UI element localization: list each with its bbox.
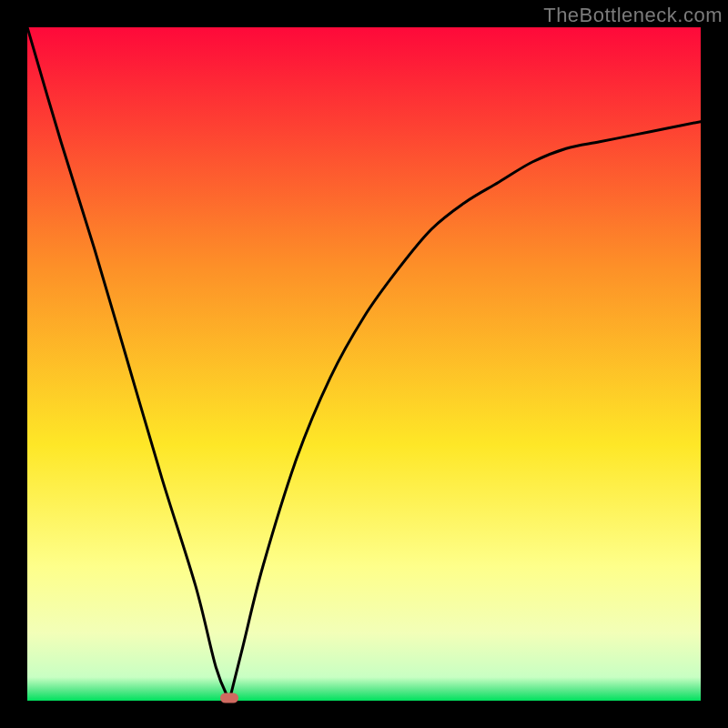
watermark-text: TheBottleneck.com (543, 4, 723, 27)
curve-left-branch (27, 27, 229, 701)
curve-right-branch (229, 122, 701, 701)
minimum-marker (220, 693, 238, 703)
chart-frame (27, 27, 701, 701)
bottleneck-curve (27, 27, 701, 701)
